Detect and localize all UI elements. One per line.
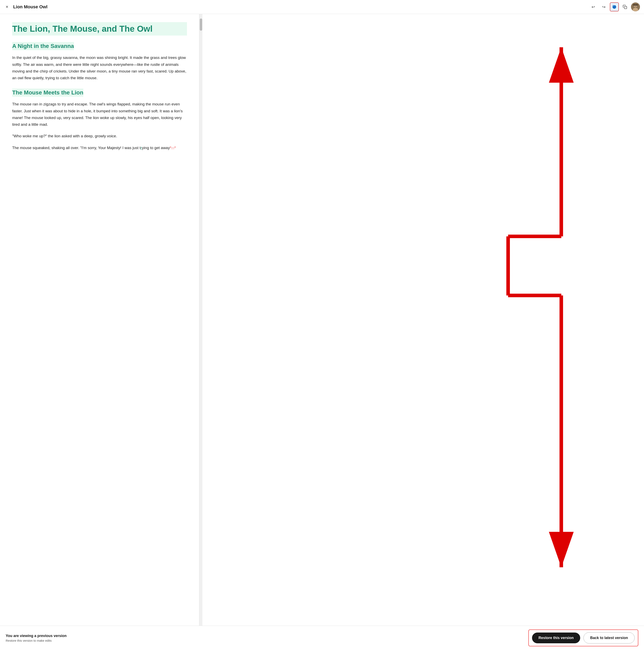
paragraph-lion-1: The mouse ran in zigzags to try and esca… — [12, 101, 187, 128]
section-title-savanna: A Night in the Savanna — [12, 42, 74, 50]
text-ying: ying to get away — [142, 146, 170, 150]
section-title-lion: The Mouse Meets the Lion — [12, 88, 83, 97]
footer-subtitle: Restore this version to make edits — [6, 639, 67, 642]
text-mouse-squeaked: The mouse squeaked, shaking all over. "I… — [12, 146, 141, 150]
history-icon — [612, 4, 617, 9]
svg-rect-0 — [624, 6, 627, 9]
section-lion: The Mouse Meets the Lion The mouse ran i… — [12, 88, 187, 151]
main-content: The Lion, The Mouse, and The Owl A Night… — [0, 14, 199, 626]
version-history-button[interactable] — [610, 2, 619, 11]
content-wrapper: The Lion, The Mouse, and The Owl A Night… — [0, 14, 644, 626]
scrollbar-thumb[interactable] — [200, 19, 202, 31]
section-savanna: A Night in the Savanna In the quiet of t… — [12, 42, 187, 81]
scrollbar[interactable] — [199, 14, 202, 626]
app-header: × Lion Mouse Owl ↩ ↪ — [0, 0, 644, 14]
copy-button[interactable] — [620, 2, 630, 11]
restore-version-button[interactable]: Restore this version — [532, 633, 580, 643]
undo-button[interactable]: ↩ — [589, 2, 598, 11]
copy-icon — [623, 5, 627, 9]
paragraph-lion-2: "Who woke me up?" the lion asked with a … — [12, 133, 187, 139]
document-main-title: The Lion, The Mouse, and The Owl — [12, 22, 187, 36]
paragraph-lion-3: The mouse squeaked, shaking all over. "I… — [12, 144, 187, 151]
document-title: Lion Mouse Owl — [13, 4, 47, 9]
avatar[interactable] — [631, 2, 640, 11]
footer-buttons: Restore this version Back to latest vers… — [529, 629, 638, 646]
footer-bar: You are viewing a previous version Resto… — [0, 626, 644, 650]
footer-info: You are viewing a previous version Resto… — [6, 634, 67, 642]
close-button[interactable]: × — [4, 4, 10, 10]
text-strikethrough: "..." — [170, 146, 176, 150]
back-to-latest-button[interactable]: Back to latest version — [583, 632, 635, 644]
paragraph-savanna-1: In the quiet of the big, grassy savanna,… — [12, 54, 187, 81]
header-left: × Lion Mouse Owl — [4, 4, 47, 10]
svg-rect-6 — [633, 4, 638, 6]
header-right: ↩ ↪ — [589, 2, 640, 11]
footer-title: You are viewing a previous version — [6, 634, 67, 638]
avatar-image — [631, 2, 640, 11]
redo-button[interactable]: ↪ — [599, 2, 608, 11]
